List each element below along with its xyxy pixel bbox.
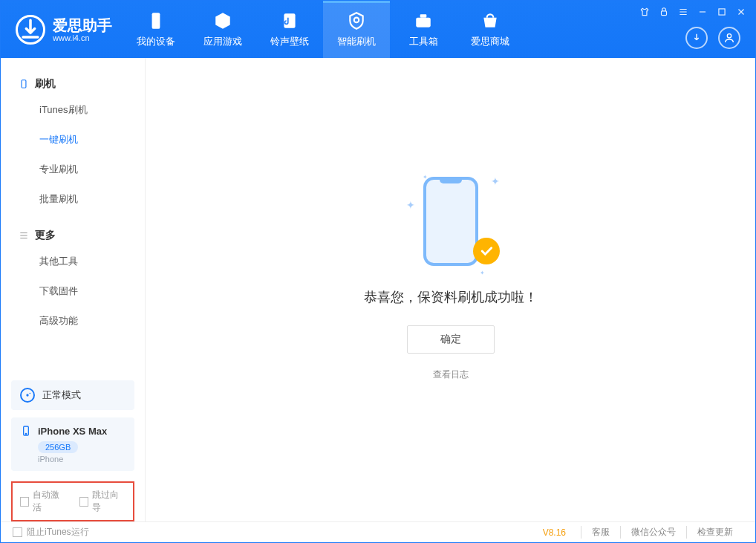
highlighted-options: 自动激活 跳过向导: [11, 481, 134, 521]
success-illustration: ✦ ✦ ✦ ✦: [406, 169, 495, 273]
device-card[interactable]: iPhone XS Max 256GB iPhone: [11, 417, 134, 471]
checkbox-icon: [13, 527, 22, 537]
download-icon[interactable]: [685, 27, 708, 49]
view-log-link[interactable]: 查看日志: [433, 368, 469, 381]
svg-rect-6: [719, 9, 725, 15]
mode-icon: [20, 388, 35, 403]
checkbox-label: 自动激活: [33, 489, 66, 514]
menu-icon[interactable]: [678, 7, 688, 17]
main-content: ✦ ✦ ✦ ✦ 恭喜您，保资料刷机成功啦！ 确定 查看日志: [146, 58, 755, 521]
svg-rect-3: [416, 17, 431, 27]
maximize-icon[interactable]: [717, 7, 727, 17]
close-icon[interactable]: [736, 7, 746, 17]
tab-apps-games[interactable]: 应用游戏: [189, 1, 256, 58]
sidebar-group-title: 刷机: [35, 77, 56, 91]
user-icon[interactable]: [718, 27, 740, 49]
sidebar-item-advanced[interactable]: 高级功能: [1, 306, 145, 336]
tab-label: 应用游戏: [203, 35, 242, 48]
svg-point-10: [30, 393, 31, 394]
svg-point-7: [727, 34, 731, 38]
device-name-row: iPhone XS Max: [20, 425, 126, 437]
app-name: 爱思助手: [53, 17, 112, 33]
sidebar: 刷机 iTunes刷机 一键刷机 专业刷机 批量刷机 更多 其他工具 下载固件 …: [1, 58, 146, 521]
tab-ringtones-wallpapers[interactable]: 铃声壁纸: [256, 1, 323, 58]
svg-rect-0: [152, 13, 160, 29]
statusbar: 阻止iTunes运行 V8.16 客服 微信公众号 检查更新: [1, 521, 755, 542]
minimize-icon[interactable]: [697, 7, 708, 17]
tshirt-icon[interactable]: [639, 7, 650, 17]
link-check-update[interactable]: 检查更新: [686, 526, 743, 539]
storage-badge: 256GB: [38, 441, 78, 453]
link-support[interactable]: 客服: [581, 526, 620, 539]
main-tabs: 我的设备 应用游戏 铃声壁纸 智能刷机 工具箱 爱思商城: [123, 1, 524, 58]
tab-toolbox[interactable]: 工具箱: [390, 1, 457, 58]
sidebar-item-other-tools[interactable]: 其他工具: [1, 247, 145, 276]
svg-rect-5: [662, 11, 667, 16]
version-label: V8.16: [543, 527, 566, 538]
lock-icon[interactable]: [659, 7, 669, 17]
app-logo: 爱思助手 www.i4.cn: [1, 15, 123, 45]
ok-button[interactable]: 确定: [407, 325, 495, 354]
device-name: iPhone XS Max: [38, 426, 107, 437]
tab-label: 我的设备: [137, 35, 175, 48]
device-type: iPhone: [38, 455, 126, 464]
svg-point-9: [26, 394, 28, 396]
tab-my-device[interactable]: 我的设备: [123, 1, 189, 58]
mode-card[interactable]: 正常模式: [11, 380, 134, 410]
titlebar: 爱思助手 www.i4.cn 我的设备 应用游戏 铃声壁纸 智能刷机 工具箱 爱…: [1, 1, 755, 58]
tab-store[interactable]: 爱思商城: [457, 1, 524, 58]
svg-point-2: [354, 17, 359, 22]
checkbox-icon: [79, 497, 88, 507]
sidebar-group-title: 更多: [35, 229, 56, 242]
sidebar-group-more: 更多: [1, 224, 145, 247]
link-wechat[interactable]: 微信公众号: [620, 526, 686, 539]
window-controls: [639, 7, 746, 17]
sidebar-item-pro-flash[interactable]: 专业刷机: [1, 155, 145, 184]
sidebar-group-flash: 刷机: [1, 73, 145, 95]
tab-smart-flash[interactable]: 智能刷机: [323, 1, 390, 58]
checkbox-prevent-itunes[interactable]: 阻止iTunes运行: [13, 526, 89, 539]
checkbox-label: 阻止iTunes运行: [27, 526, 89, 539]
phone-icon: [20, 425, 32, 437]
tab-label: 爱思商城: [471, 35, 509, 48]
tab-label: 铃声壁纸: [270, 35, 309, 48]
svg-rect-8: [22, 80, 26, 88]
app-domain: www.i4.cn: [53, 33, 112, 42]
checkbox-auto-activate[interactable]: 自动激活: [20, 489, 66, 514]
sidebar-item-batch-flash[interactable]: 批量刷机: [1, 184, 145, 214]
header-actions: [685, 27, 740, 49]
tab-label: 工具箱: [409, 35, 438, 48]
checkbox-icon: [20, 497, 29, 507]
svg-point-12: [25, 433, 26, 434]
sidebar-item-oneclick-flash[interactable]: 一键刷机: [1, 125, 145, 155]
sidebar-item-itunes-flash[interactable]: iTunes刷机: [1, 95, 145, 125]
check-icon: [473, 238, 500, 264]
svg-rect-4: [420, 14, 427, 17]
sidebar-item-download-firmware[interactable]: 下载固件: [1, 276, 145, 306]
success-message: 恭喜您，保资料刷机成功啦！: [364, 288, 538, 306]
mode-label: 正常模式: [42, 388, 81, 402]
checkbox-skip-guide[interactable]: 跳过向导: [79, 489, 126, 514]
logo-icon: [16, 15, 45, 45]
tab-label: 智能刷机: [337, 35, 376, 48]
checkbox-label: 跳过向导: [92, 489, 126, 514]
